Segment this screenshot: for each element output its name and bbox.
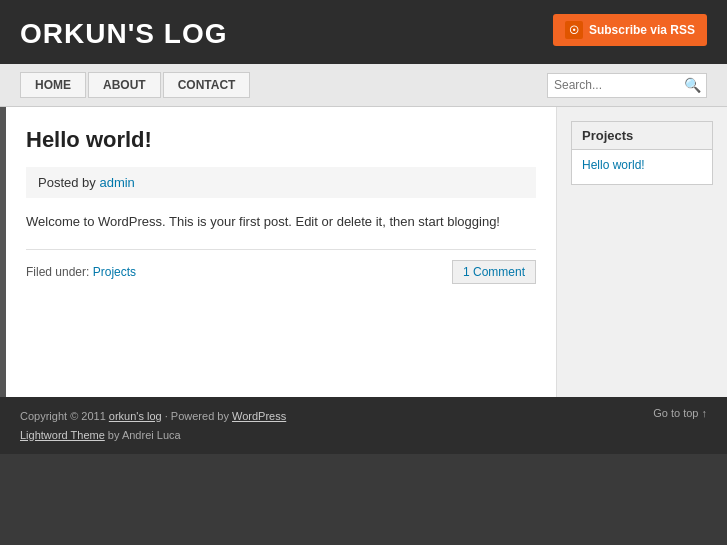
footer-powered-by: · Powered by <box>162 410 232 422</box>
navigation-bar: HOME ABOUT CONTACT 🔍 <box>0 64 727 107</box>
filed-under: Filed under: Projects <box>26 265 136 279</box>
site-footer: Copyright © 2011 orkun's log · Powered b… <box>0 397 727 454</box>
search-icon[interactable]: 🔍 <box>684 77 701 94</box>
footer-left: Copyright © 2011 orkun's log · Powered b… <box>20 407 286 444</box>
nav-item-home[interactable]: HOME <box>20 72 86 98</box>
site-header: ORKUN'S LOG ☉ Subscribe via RSS <box>0 0 727 64</box>
footer-copyright-line: Copyright © 2011 orkun's log · Powered b… <box>20 407 286 426</box>
post-title: Hello world! <box>26 127 536 153</box>
rss-button-label: Subscribe via RSS <box>589 23 695 37</box>
footer-site-name-link[interactable]: orkun's log <box>109 410 162 422</box>
main-content-wrapper: Hello world! Posted by admin Welcome to … <box>0 107 727 397</box>
rss-subscribe-button[interactable]: ☉ Subscribe via RSS <box>553 14 707 46</box>
post-footer: Filed under: Projects 1 Comment <box>26 249 536 284</box>
post-author-link[interactable]: admin <box>99 175 134 190</box>
footer-copyright-text: Copyright © 2011 <box>20 410 109 422</box>
sidebar-link-hello-world[interactable]: Hello world! <box>582 158 702 172</box>
post-content: Welcome to WordPress. This is your first… <box>26 212 536 233</box>
footer-go-to-top[interactable]: Go to top ↑ <box>653 407 707 419</box>
sidebar: Projects Hello world! <box>557 107 727 397</box>
filed-under-prefix: Filed under: <box>26 265 93 279</box>
rss-icon: ☉ <box>565 21 583 39</box>
search-box: 🔍 <box>547 73 707 98</box>
sidebar-projects-title: Projects <box>572 122 712 150</box>
main-content: Hello world! Posted by admin Welcome to … <box>6 107 557 397</box>
nav-item-contact[interactable]: CONTACT <box>163 72 251 98</box>
post-meta: Posted by admin <box>26 167 536 198</box>
post-meta-prefix: Posted by <box>38 175 99 190</box>
search-input[interactable] <box>554 78 684 92</box>
nav-links: HOME ABOUT CONTACT <box>20 64 252 106</box>
sidebar-projects-list: Hello world! <box>572 150 712 184</box>
sidebar-projects-box: Projects Hello world! <box>571 121 713 185</box>
comments-link[interactable]: 1 Comment <box>452 260 536 284</box>
nav-item-about[interactable]: ABOUT <box>88 72 161 98</box>
post-category-link[interactable]: Projects <box>93 265 136 279</box>
footer-theme-link[interactable]: Lightword Theme <box>20 429 105 441</box>
footer-theme-suffix: by Andrei Luca <box>105 429 181 441</box>
footer-wordpress-link[interactable]: WordPress <box>232 410 286 422</box>
footer-theme-line: Lightword Theme by Andrei Luca <box>20 426 286 445</box>
